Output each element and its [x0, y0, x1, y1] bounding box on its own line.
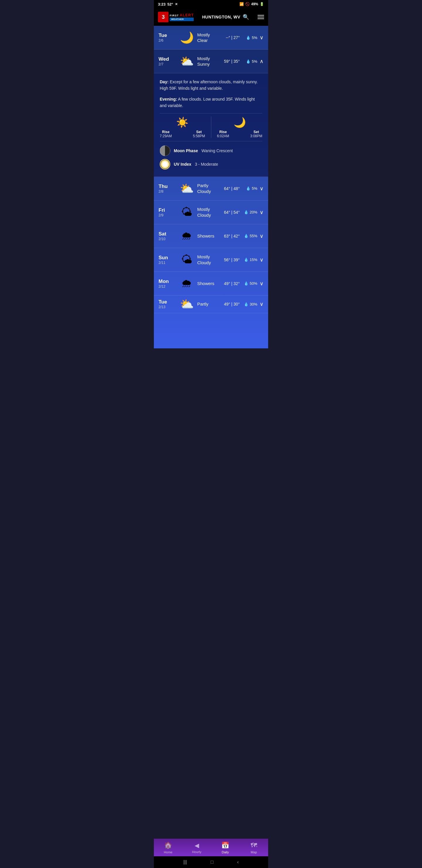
block-icon: 🚫 — [245, 2, 250, 6]
uv-index-row: UV Index 3 - Moderate — [160, 159, 262, 169]
day-name-mon: Mon — [159, 279, 176, 284]
logo-first: FIRST — [170, 14, 179, 17]
day-temps-fri: 64° | 54° — [224, 210, 240, 215]
day-row-tue[interactable]: Tue 2/6 🌙 MostlyClear --° | 27° 💧 5% ∨ — [154, 26, 268, 50]
day-desc-tue: MostlyClear — [197, 32, 226, 43]
day-date-sun: 2/11 — [159, 261, 176, 265]
chevron-sun: ∨ — [260, 256, 263, 263]
day-label: Day: — [160, 80, 168, 84]
app-header: 3 FIRST ALERT WEATHER HUNTINGTON, WV 🔍 — [154, 8, 268, 26]
day-date-mon: 2/12 — [159, 284, 176, 288]
moon-rise-time: 6:02AM — [217, 134, 229, 138]
day-desc-thu: PartlyCloudy — [197, 183, 224, 194]
sun-rise-time: 7:29AM — [160, 134, 172, 138]
chevron-thu: ∨ — [260, 185, 263, 192]
logo: 3 FIRST ALERT WEATHER — [158, 12, 194, 22]
search-icon[interactable]: 🔍 — [242, 14, 249, 20]
moon-phase-value: Waning Crescent — [201, 148, 233, 153]
day-temps-thu: 64° | 48° — [224, 186, 240, 191]
day-icon-sat: 🌧 — [179, 228, 194, 244]
day-info-tue2: Tue 2/13 — [159, 299, 176, 309]
day-icon-fri: 🌤 — [179, 205, 194, 220]
day-date-tue: 2/6 — [159, 38, 176, 42]
day-desc-fri: MostlyCloudy — [197, 207, 224, 218]
day-name-sun: Sun — [159, 255, 176, 261]
day-temps-tue: --° | 27° — [226, 35, 240, 40]
weather-list: Tue 2/6 🌙 MostlyClear --° | 27° 💧 5% ∨ W… — [154, 26, 268, 348]
day-info-tue: Tue 2/6 — [159, 33, 176, 42]
hamburger-line-2 — [258, 17, 264, 17]
sun-times: Rise 7:29AM Set 5:58PM — [160, 130, 205, 138]
day-date-fri: 2/9 — [159, 213, 176, 217]
day-desc-sun: MostlyCloudy — [197, 254, 224, 266]
uv-icon — [160, 159, 170, 169]
moon-set-time: 3:08PM — [250, 134, 262, 138]
astro-section: ☀️ Rise 7:29AM Set 5:58PM 🌙 — [160, 113, 262, 141]
day-name-sat: Sat — [159, 231, 176, 237]
day-icon-wed: ⛅ — [179, 54, 194, 69]
moon-rise-label: Rise — [217, 130, 229, 134]
day-date-thu: 2/8 — [159, 189, 176, 193]
set-label: Set — [193, 130, 205, 134]
day-row-mon[interactable]: Mon 2/12 🌧 Showers 49° | 32° 💧 50% ∨ — [154, 272, 268, 296]
day-temps-tue2: 49° | 30° — [224, 302, 240, 306]
day-row-thu[interactable]: Thu 2/8 ⛅ PartlyCloudy 64° | 48° 💧 5% ∨ — [154, 177, 268, 200]
hamburger-line-3 — [258, 19, 264, 19]
chevron-tue: ∨ — [260, 34, 263, 41]
day-row-wed[interactable]: Wed 2/7 ⛅ MostlySunny 59° | 35° 💧 5% ∧ — [154, 50, 268, 73]
day-icon-thu: ⛅ — [179, 181, 194, 196]
sun-icon-large: ☀️ — [160, 116, 205, 128]
battery-icon: 🔋 — [260, 2, 264, 6]
drop-icon-thu: 💧 — [246, 186, 251, 191]
sun-rise-block: Rise 7:29AM — [160, 130, 172, 138]
moon-set-block: Set 3:08PM — [250, 130, 262, 138]
logo-alert: ALERT — [180, 13, 194, 17]
day-name-tue2: Tue — [159, 299, 176, 305]
battery-display: 49% — [251, 2, 258, 6]
day-info-thu: Thu 2/8 — [159, 184, 176, 193]
drop-icon-wed: 💧 — [246, 59, 251, 64]
time-display: 3:23 — [158, 2, 166, 6]
evening-detail-text: Evening: A few clouds. Low around 35F. W… — [160, 96, 262, 109]
sun-set-block: Set 5:58PM — [193, 130, 205, 138]
logo-weather: WEATHER — [170, 18, 194, 21]
day-date-tue2: 2/13 — [159, 305, 176, 309]
day-icon-tue: 🌙 — [179, 30, 194, 45]
day-precip-wed: 💧 5% — [242, 59, 257, 64]
chevron-mon: ∨ — [260, 280, 263, 287]
day-row-fri[interactable]: Fri 2/9 🌤 MostlyCloudy 64° | 54° 💧 20% ∨ — [154, 200, 268, 224]
moon-block: 🌙 Rise 6:02AM Set 3:08PM — [217, 116, 263, 138]
chevron-fri: ∨ — [260, 209, 263, 216]
chevron-sat: ∨ — [260, 233, 263, 239]
menu-button[interactable] — [258, 15, 264, 19]
drop-icon-tue2: 💧 — [244, 302, 249, 306]
day-info-mon: Mon 2/12 — [159, 279, 176, 288]
rise-label: Rise — [160, 130, 172, 134]
day-row-tue2[interactable]: Tue 2/13 ⛅ Partly 49° | 30° 💧 30% ∨ — [154, 296, 268, 313]
astro-separator — [211, 116, 211, 138]
status-bar: 3:23 52° ✕ 📶 🚫 49% 🔋 — [154, 0, 268, 8]
chevron-tue2: ∨ — [260, 301, 263, 307]
sun-set-time: 5:58PM — [193, 134, 205, 138]
day-info-fri: Fri 2/9 — [159, 207, 176, 217]
drop-icon-mon: 💧 — [244, 281, 249, 286]
drop-icon-sun: 💧 — [244, 257, 249, 262]
day-temps-mon: 49° | 32° — [224, 281, 240, 286]
evening-label: Evening: — [160, 97, 177, 101]
temp-display: 52° — [167, 2, 173, 6]
day-row-sat[interactable]: Sat 2/10 🌧 Showers 63° | 42° 💧 55% ∨ — [154, 224, 268, 248]
day-info-wed: Wed 2/7 — [159, 56, 176, 66]
day-precip-fri: 💧 20% — [242, 210, 257, 214]
moon-times: Rise 6:02AM Set 3:08PM — [217, 130, 263, 138]
day-temps-wed: 59° | 35° — [224, 59, 240, 64]
day-row-sun[interactable]: Sun 2/11 🌤 MostlyCloudy 56° | 39° 💧 15% … — [154, 248, 268, 272]
drop-icon-sat: 💧 — [244, 234, 249, 238]
day-icon-sun: 🌤 — [179, 252, 194, 268]
detail-panel-wed: Day: Except for a few afternoon clouds, … — [154, 73, 268, 177]
moon-phase-label: Moon Phase — [174, 148, 198, 153]
drop-icon-fri: 💧 — [244, 210, 249, 214]
wifi-icon: 📶 — [239, 2, 244, 6]
x-icon: ✕ — [175, 2, 177, 6]
day-desc-mon: Showers — [197, 281, 224, 286]
drop-icon-tue: 💧 — [246, 35, 251, 40]
